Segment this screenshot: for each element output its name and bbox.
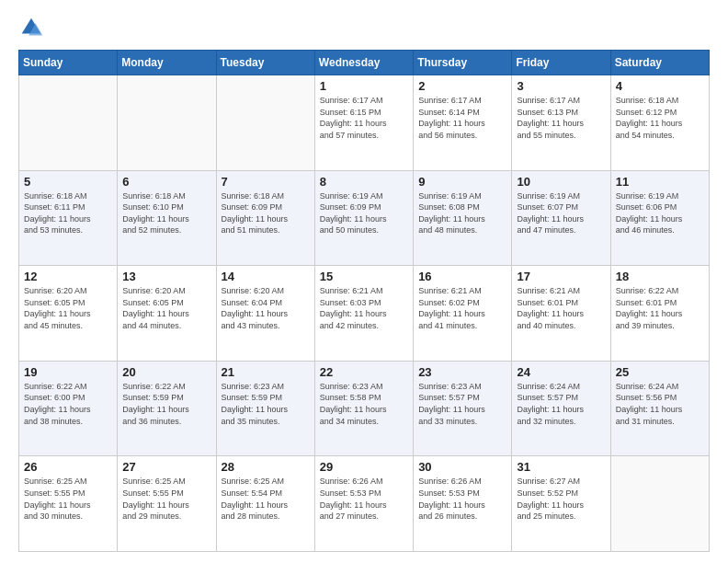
calendar-cell: 9Sunrise: 6:19 AM Sunset: 6:08 PM Daylig… xyxy=(414,170,512,266)
day-info: Sunrise: 6:23 AM Sunset: 5:57 PM Dayligh… xyxy=(418,381,506,427)
day-info: Sunrise: 6:27 AM Sunset: 5:52 PM Dayligh… xyxy=(517,476,605,522)
day-number: 30 xyxy=(418,460,506,474)
day-info: Sunrise: 6:24 AM Sunset: 5:57 PM Dayligh… xyxy=(517,381,605,427)
calendar-cell: 20Sunrise: 6:22 AM Sunset: 5:59 PM Dayli… xyxy=(118,361,216,456)
weekday-header-monday: Monday xyxy=(118,51,216,75)
day-info: Sunrise: 6:18 AM Sunset: 6:11 PM Dayligh… xyxy=(24,190,112,236)
calendar-cell: 16Sunrise: 6:21 AM Sunset: 6:02 PM Dayli… xyxy=(414,266,512,362)
calendar-cell: 21Sunrise: 6:23 AM Sunset: 5:59 PM Dayli… xyxy=(216,361,314,456)
calendar-cell: 15Sunrise: 6:21 AM Sunset: 6:03 PM Dayli… xyxy=(314,266,413,362)
calendar-cell: 12Sunrise: 6:20 AM Sunset: 6:05 PM Dayli… xyxy=(19,266,118,362)
calendar-cell xyxy=(118,75,216,171)
day-number: 5 xyxy=(24,175,112,189)
weekday-header-wednesday: Wednesday xyxy=(314,51,413,75)
calendar-cell: 7Sunrise: 6:18 AM Sunset: 6:09 PM Daylig… xyxy=(216,170,314,266)
day-info: Sunrise: 6:21 AM Sunset: 6:02 PM Dayligh… xyxy=(418,285,506,331)
day-number: 7 xyxy=(222,175,310,189)
day-number: 14 xyxy=(222,270,310,283)
day-number: 24 xyxy=(517,365,605,379)
day-number: 3 xyxy=(517,79,605,93)
day-info: Sunrise: 6:20 AM Sunset: 6:04 PM Dayligh… xyxy=(222,285,310,331)
day-number: 28 xyxy=(222,460,310,474)
calendar-cell: 23Sunrise: 6:23 AM Sunset: 5:57 PM Dayli… xyxy=(414,361,512,456)
calendar-cell: 6Sunrise: 6:18 AM Sunset: 6:10 PM Daylig… xyxy=(118,170,216,266)
day-info: Sunrise: 6:19 AM Sunset: 6:09 PM Dayligh… xyxy=(320,190,408,236)
week-row-3: 12Sunrise: 6:20 AM Sunset: 6:05 PM Dayli… xyxy=(19,266,710,362)
day-info: Sunrise: 6:17 AM Sunset: 6:13 PM Dayligh… xyxy=(517,95,605,141)
day-number: 27 xyxy=(122,460,210,474)
day-info: Sunrise: 6:23 AM Sunset: 5:59 PM Dayligh… xyxy=(222,381,310,427)
calendar-cell: 25Sunrise: 6:24 AM Sunset: 5:56 PM Dayli… xyxy=(610,361,709,456)
calendar-cell xyxy=(216,75,314,171)
day-number: 13 xyxy=(122,270,210,283)
week-row-5: 26Sunrise: 6:25 AM Sunset: 5:55 PM Dayli… xyxy=(19,456,710,552)
day-info: Sunrise: 6:17 AM Sunset: 6:15 PM Dayligh… xyxy=(320,95,408,141)
calendar-cell: 8Sunrise: 6:19 AM Sunset: 6:09 PM Daylig… xyxy=(314,170,413,266)
logo-icon xyxy=(18,15,44,40)
day-info: Sunrise: 6:26 AM Sunset: 5:53 PM Dayligh… xyxy=(320,476,408,522)
calendar-cell: 3Sunrise: 6:17 AM Sunset: 6:13 PM Daylig… xyxy=(512,75,610,171)
weekday-header-tuesday: Tuesday xyxy=(216,51,314,75)
calendar-cell: 17Sunrise: 6:21 AM Sunset: 6:01 PM Dayli… xyxy=(512,266,610,362)
day-number: 11 xyxy=(616,175,704,189)
day-info: Sunrise: 6:25 AM Sunset: 5:54 PM Dayligh… xyxy=(222,476,310,522)
day-info: Sunrise: 6:21 AM Sunset: 6:03 PM Dayligh… xyxy=(320,285,408,331)
week-row-2: 5Sunrise: 6:18 AM Sunset: 6:11 PM Daylig… xyxy=(19,170,710,266)
day-info: Sunrise: 6:18 AM Sunset: 6:09 PM Dayligh… xyxy=(222,190,310,236)
calendar-cell: 11Sunrise: 6:19 AM Sunset: 6:06 PM Dayli… xyxy=(610,170,709,266)
calendar-table: SundayMondayTuesdayWednesdayThursdayFrid… xyxy=(18,50,710,552)
day-number: 2 xyxy=(418,79,506,93)
day-info: Sunrise: 6:22 AM Sunset: 6:00 PM Dayligh… xyxy=(24,381,112,427)
day-number: 4 xyxy=(616,79,704,93)
calendar-cell: 27Sunrise: 6:25 AM Sunset: 5:55 PM Dayli… xyxy=(118,456,216,552)
calendar-cell: 18Sunrise: 6:22 AM Sunset: 6:01 PM Dayli… xyxy=(610,266,709,362)
calendar-cell: 4Sunrise: 6:18 AM Sunset: 6:12 PM Daylig… xyxy=(610,75,709,171)
day-number: 31 xyxy=(517,460,605,474)
header xyxy=(18,15,710,40)
day-info: Sunrise: 6:26 AM Sunset: 5:53 PM Dayligh… xyxy=(418,476,506,522)
calendar-cell: 5Sunrise: 6:18 AM Sunset: 6:11 PM Daylig… xyxy=(19,170,118,266)
day-number: 1 xyxy=(320,79,408,93)
week-row-1: 1Sunrise: 6:17 AM Sunset: 6:15 PM Daylig… xyxy=(19,75,710,171)
day-info: Sunrise: 6:19 AM Sunset: 6:07 PM Dayligh… xyxy=(517,190,605,236)
weekday-header-saturday: Saturday xyxy=(610,51,709,75)
day-number: 26 xyxy=(24,460,112,474)
calendar-cell xyxy=(19,75,118,171)
calendar-cell: 26Sunrise: 6:25 AM Sunset: 5:55 PM Dayli… xyxy=(19,456,118,552)
day-number: 20 xyxy=(122,365,210,379)
day-number: 17 xyxy=(517,270,605,283)
calendar-cell: 31Sunrise: 6:27 AM Sunset: 5:52 PM Dayli… xyxy=(512,456,610,552)
day-info: Sunrise: 6:19 AM Sunset: 6:08 PM Dayligh… xyxy=(418,190,506,236)
week-row-4: 19Sunrise: 6:22 AM Sunset: 6:00 PM Dayli… xyxy=(19,361,710,456)
day-info: Sunrise: 6:23 AM Sunset: 5:58 PM Dayligh… xyxy=(320,381,408,427)
day-number: 18 xyxy=(616,270,704,283)
weekday-header-sunday: Sunday xyxy=(19,51,118,75)
day-info: Sunrise: 6:21 AM Sunset: 6:01 PM Dayligh… xyxy=(517,285,605,331)
calendar-cell: 10Sunrise: 6:19 AM Sunset: 6:07 PM Dayli… xyxy=(512,170,610,266)
weekday-header-row: SundayMondayTuesdayWednesdayThursdayFrid… xyxy=(19,51,710,75)
day-info: Sunrise: 6:18 AM Sunset: 6:10 PM Dayligh… xyxy=(122,190,210,236)
day-number: 10 xyxy=(517,175,605,189)
day-info: Sunrise: 6:25 AM Sunset: 5:55 PM Dayligh… xyxy=(24,476,112,522)
day-number: 6 xyxy=(122,175,210,189)
day-info: Sunrise: 6:20 AM Sunset: 6:05 PM Dayligh… xyxy=(122,285,210,331)
page: SundayMondayTuesdayWednesdayThursdayFrid… xyxy=(0,0,728,563)
calendar-cell: 19Sunrise: 6:22 AM Sunset: 6:00 PM Dayli… xyxy=(19,361,118,456)
day-number: 9 xyxy=(418,175,506,189)
day-number: 23 xyxy=(418,365,506,379)
calendar-cell: 24Sunrise: 6:24 AM Sunset: 5:57 PM Dayli… xyxy=(512,361,610,456)
calendar-cell: 1Sunrise: 6:17 AM Sunset: 6:15 PM Daylig… xyxy=(314,75,413,171)
day-number: 8 xyxy=(320,175,408,189)
day-number: 16 xyxy=(418,270,506,283)
day-number: 25 xyxy=(616,365,704,379)
calendar-cell: 13Sunrise: 6:20 AM Sunset: 6:05 PM Dayli… xyxy=(118,266,216,362)
calendar-cell: 14Sunrise: 6:20 AM Sunset: 6:04 PM Dayli… xyxy=(216,266,314,362)
logo xyxy=(18,15,48,40)
day-info: Sunrise: 6:22 AM Sunset: 6:01 PM Dayligh… xyxy=(616,285,704,331)
weekday-header-friday: Friday xyxy=(512,51,610,75)
day-number: 12 xyxy=(24,270,112,283)
weekday-header-thursday: Thursday xyxy=(414,51,512,75)
day-info: Sunrise: 6:20 AM Sunset: 6:05 PM Dayligh… xyxy=(24,285,112,331)
calendar-cell xyxy=(610,456,709,552)
calendar-cell: 28Sunrise: 6:25 AM Sunset: 5:54 PM Dayli… xyxy=(216,456,314,552)
